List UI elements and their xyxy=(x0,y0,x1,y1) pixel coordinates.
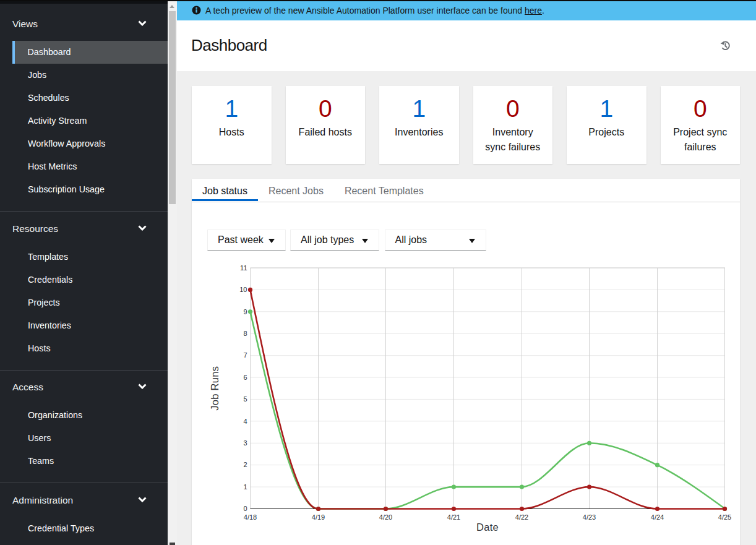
svg-text:4/20: 4/20 xyxy=(379,513,392,520)
svg-text:11: 11 xyxy=(240,264,247,271)
svg-text:9: 9 xyxy=(243,307,247,315)
svg-text:8: 8 xyxy=(243,330,247,337)
svg-text:Date: Date xyxy=(476,521,499,533)
svg-text:10: 10 xyxy=(239,286,247,293)
svg-text:7: 7 xyxy=(243,351,247,359)
svg-text:4/24: 4/24 xyxy=(651,513,664,520)
svg-text:4/22: 4/22 xyxy=(515,513,528,520)
svg-text:4/25: 4/25 xyxy=(718,513,731,520)
svg-text:6: 6 xyxy=(243,373,247,380)
svg-text:4: 4 xyxy=(243,417,247,424)
svg-text:2: 2 xyxy=(243,461,247,468)
svg-text:5: 5 xyxy=(243,395,247,403)
svg-text:4/18: 4/18 xyxy=(244,513,257,520)
svg-text:1: 1 xyxy=(243,483,247,490)
svg-text:4/21: 4/21 xyxy=(447,513,460,520)
svg-text:0: 0 xyxy=(243,505,247,512)
svg-text:4/23: 4/23 xyxy=(583,513,596,520)
svg-text:Job Runs: Job Runs xyxy=(209,366,220,410)
svg-text:3: 3 xyxy=(243,439,247,447)
svg-text:4/19: 4/19 xyxy=(312,513,325,520)
